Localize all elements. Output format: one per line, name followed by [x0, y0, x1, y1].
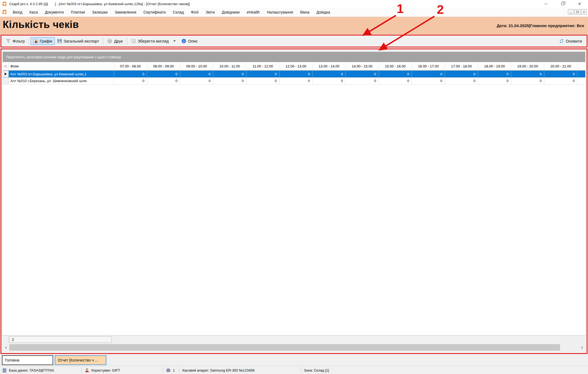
report-date-info: Дата: 21.04.2025|Главное предприятие: Вс… — [497, 23, 584, 28]
cell-value[interactable]: 0 — [114, 78, 147, 84]
cell-value[interactable]: 0 — [180, 78, 213, 84]
cell-value[interactable]: 0 — [511, 78, 544, 84]
cell-value[interactable]: 0 — [246, 78, 279, 84]
save-view-button[interactable]: Зберегти вигляд — [129, 37, 179, 45]
group-by-band[interactable]: Перетягніть заголовок колонки сюди для у… — [3, 52, 585, 62]
table-row[interactable]: Апт №010 г.Березань, ул. Шевченковский ш… — [3, 78, 585, 85]
column-header-time[interactable]: 11.00 - 12.00 — [246, 62, 279, 70]
menu-item-залишки[interactable]: Залишки — [88, 10, 111, 14]
menu-item-каса[interactable]: Каса — [26, 10, 41, 14]
cell-value[interactable]: 0 — [213, 71, 246, 77]
cell-value[interactable]: 0 — [114, 71, 147, 77]
register-label: Касовий апарат: Samsung ER-350 №123456 — [182, 368, 255, 372]
cell-value[interactable]: 0 — [313, 71, 346, 77]
column-header-time[interactable]: 09.00 - 10.00 — [180, 62, 213, 70]
column-header-time[interactable]: 16.00 - 17.00 — [412, 62, 445, 70]
toolbar-separator — [29, 37, 29, 45]
column-header-time[interactable]: 17.00 - 18.00 — [445, 62, 478, 70]
column-header-time[interactable]: 08.00 - 09.00 — [147, 62, 180, 70]
cell-value[interactable] — [577, 71, 585, 77]
column-header-time[interactable]: 21.00 - — [577, 62, 585, 70]
cell-value[interactable]: 0 — [412, 71, 445, 77]
export-button[interactable]: Загальний експорт — [55, 37, 102, 45]
menu-item-ehealth[interactable]: eHealth — [243, 10, 263, 14]
statusbar-divider — [163, 367, 163, 373]
menu-item-замовлення[interactable]: Замовлення — [111, 10, 140, 14]
column-header-time[interactable]: 14.00 - 15.00 — [346, 62, 379, 70]
column-chooser-icon[interactable] — [4, 65, 7, 67]
cell-value[interactable]: 0 — [246, 71, 279, 77]
cell-value[interactable]: 0 — [279, 71, 313, 77]
cell-value[interactable]: 0 — [147, 71, 180, 77]
cell-value[interactable]: 0 — [346, 78, 379, 84]
cell-value[interactable]: 0 — [478, 71, 511, 77]
cell-value[interactable]: 0 — [346, 71, 379, 77]
cell-value[interactable]: 0 — [412, 78, 445, 84]
column-header-time[interactable]: 20.00 - 21.00 — [544, 62, 577, 70]
mdi-restore-button[interactable] — [574, 9, 580, 15]
cell-value[interactable]: 0 — [147, 78, 180, 84]
restore-button[interactable] — [554, 0, 571, 8]
menu-item-вікна[interactable]: Вікна — [297, 10, 313, 14]
cell-value[interactable]: 0 — [511, 71, 544, 77]
chevron-down-icon[interactable] — [173, 40, 176, 42]
database-label: База даних: TASA3@TITAN — [9, 368, 54, 372]
menu-item-документи[interactable]: Документи — [41, 10, 67, 14]
tab-home[interactable]: Головна — [2, 355, 53, 365]
chart-label: Графік — [40, 39, 52, 43]
cell-value[interactable] — [577, 78, 585, 84]
menu-bar: ВихідКасаДокументиПлатежіЗалишкиЗамовлен… — [0, 8, 588, 17]
cell-value[interactable]: 0 — [544, 71, 577, 77]
horizontal-scrollbar[interactable]: ‹ › — [3, 343, 585, 352]
cell-value[interactable]: 0 — [379, 78, 412, 84]
scroll-right-button[interactable]: › — [579, 343, 585, 352]
table-row[interactable]: Апт №003 пгт.Барышевка, ул.Киевский шлях… — [3, 70, 585, 78]
column-header-time[interactable]: 10.00 - 11.00 — [213, 62, 246, 70]
cell-value[interactable]: 0 — [478, 78, 511, 84]
column-header-time[interactable]: 19.00 - 20.00 — [511, 62, 544, 70]
statusbar-user: Користувач: GIFT — [85, 366, 120, 374]
cell-value[interactable]: 0 — [279, 78, 313, 84]
menu-item-налаштування[interactable]: Налаштування — [263, 10, 297, 14]
menu-item-склад[interactable]: Склад — [169, 10, 187, 14]
description-button[interactable]: i Опис — [179, 37, 200, 45]
mdi-close-button[interactable]: x — [581, 9, 587, 15]
mdi-minimize-button[interactable] — [568, 9, 574, 15]
cell-value[interactable]: 0 — [180, 71, 213, 77]
chart-icon — [33, 39, 38, 43]
column-header-time[interactable]: 12.00 - 13.00 — [279, 62, 313, 70]
close-button[interactable]: ✕ — [571, 0, 588, 8]
cell-value[interactable]: 0 — [445, 78, 478, 84]
column-header-filia[interactable]: Філія — [9, 62, 114, 70]
cell-value[interactable]: 0 — [544, 78, 577, 84]
scrollbar-thumb[interactable] — [9, 344, 560, 351]
menu-item-філії[interactable]: Філії — [187, 10, 202, 14]
cell-value[interactable]: 0 — [379, 71, 412, 77]
column-header-time[interactable]: 18.00 - 19.00 — [478, 62, 511, 70]
menu-item-довідники[interactable]: Довідники — [218, 10, 243, 14]
filter-button[interactable]: Фільтр — [4, 37, 27, 45]
menu-item-платежі[interactable]: Платежі — [67, 10, 88, 14]
menu-item-звіти[interactable]: Звіти — [202, 10, 218, 14]
minimize-button[interactable] — [538, 0, 554, 8]
menu-item-довідка[interactable]: Довідка — [313, 10, 333, 14]
row-count-box: 2 — [9, 336, 112, 343]
cell-value[interactable]: 0 — [213, 78, 246, 84]
scroll-left-button[interactable]: ‹ — [3, 343, 9, 352]
menu-item-вихід[interactable]: Вихід — [9, 10, 26, 14]
column-header-time[interactable]: 07.00 - 08.00 — [114, 62, 147, 70]
cell-value[interactable]: 0 — [313, 78, 346, 84]
print-button[interactable]: Друк — [105, 37, 125, 45]
cell-value[interactable]: 0 — [445, 71, 478, 77]
grid-footer: 2 — [3, 335, 585, 343]
column-header-time[interactable]: 13.00 - 14.00 — [313, 62, 346, 70]
description-label: Опис — [188, 39, 198, 43]
cell-filia[interactable]: Апт №010 г.Березань, ул. Шевченковский ш… — [9, 78, 114, 84]
refresh-button[interactable]: Оновити — [557, 37, 584, 45]
menu-item-сертифікати[interactable]: Сертифікати — [140, 10, 169, 14]
chart-button[interactable]: Графік — [31, 37, 55, 45]
toolbar: Фільтр Графік Загальний експорт — [1, 36, 587, 47]
cell-filia[interactable]: Апт №003 пгт.Барышевка, ул.Киевский шлях… — [9, 71, 114, 77]
tab-report-active[interactable]: Отчет [Количество ч ... — [55, 355, 106, 365]
column-header-time[interactable]: 15.00 - 16.00 — [379, 62, 412, 70]
